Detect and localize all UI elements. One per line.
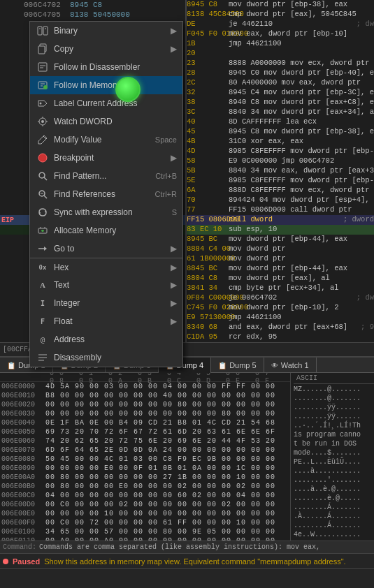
svg-line-21 xyxy=(44,196,47,198)
menu-item-find-refs[interactable]: Find References Ctrl+R xyxy=(30,185,182,203)
ascii-row-15: ........Á....... xyxy=(294,522,374,531)
tab-dump5-label: Dump 5 xyxy=(229,361,257,369)
dump-row-2: 006E002000 00 00 00 00 00 00 00 00 80 00… xyxy=(0,400,290,409)
ascii-row-11: ....à..è.@...... xyxy=(294,485,374,494)
text-icon: A xyxy=(36,278,50,292)
menu-item-label[interactable]: Label Current Address xyxy=(30,94,182,112)
context-menu: Binary ▶ Copy ▶ Follow in Disassembler F… xyxy=(29,21,183,367)
menu-item-address[interactable]: @ Address xyxy=(30,330,182,348)
menu-item-breakpoint[interactable]: Breakpoint ▶ xyxy=(30,149,182,167)
menu-shortcut-find-pattern: Ctrl+B xyxy=(155,172,177,180)
dump-row-1: 006E0010B8 00 00 00 00 00 00 00 40 00 00… xyxy=(0,391,290,400)
asm-bytes: 8138 50450000 xyxy=(70,10,140,19)
asm-instr-row: 83 EC 10sub esp, 10 xyxy=(187,225,374,235)
asm-instr-row: 238888 A0000000 mov ecx, dword ptr xyxy=(187,59,374,68)
menu-item-find-pattern[interactable]: Find Pattern... Ctrl+B xyxy=(30,167,182,185)
menu-label-text: Text xyxy=(54,280,168,290)
asm-instr-row: 4D8985 C8FEFFFF mov dword ptr [ebp-138] xyxy=(187,147,374,156)
menu-label-follow-disasm: Follow in Disassembler xyxy=(54,62,177,72)
paused-label: Paused xyxy=(13,557,40,566)
right-asm-panel: 8945 C8mov dword ptr [ebp-38], eax 8138 … xyxy=(185,0,374,356)
svg-point-17 xyxy=(38,154,47,162)
dump-row-4: 006E00400E 1F BA 0E 00 B4 09 CD 21 B8 01… xyxy=(0,418,290,427)
menu-item-integer[interactable]: I Integer ▶ xyxy=(30,294,182,312)
command-label: Command: xyxy=(3,543,36,551)
menu-item-binary[interactable]: Binary ▶ xyxy=(30,22,182,40)
asm-instr-row: DEje 4462110; dw xyxy=(187,20,374,29)
menu-item-modify[interactable]: Modify Value Space xyxy=(30,131,182,149)
asm-instr-row: 5B8840 34 mov eax, dword ptr [eax+34] xyxy=(187,166,374,176)
asm-addr: 006C4705 xyxy=(21,10,70,19)
menu-item-disassembly[interactable]: Disassembly xyxy=(30,348,182,367)
dump-row-7: 006E00706D 6F 64 65 2E 0D 0D 0A 24 00 00… xyxy=(0,446,290,455)
asm-instr-row: F045 F0 010000mov eax, dword ptr [ebp-10… xyxy=(187,29,374,39)
svg-point-12 xyxy=(43,85,48,89)
ascii-content: MZ......@....... ........@....... ......… xyxy=(294,384,374,567)
dump-row-13: 006E00D000 C0 00 00 00 02 00 00 00 00 00… xyxy=(0,500,290,509)
menu-item-alloc-memory[interactable]: Allocate Memory xyxy=(30,221,182,240)
paused-dot xyxy=(3,559,8,564)
tab-watch1-label: Watch 1 xyxy=(281,361,309,369)
command-value: Commands are comma separated (like assem… xyxy=(39,543,320,551)
float-submenu-arrow: ▶ xyxy=(171,316,177,326)
menu-label-hex: Hex xyxy=(54,263,168,272)
asm-instr-row: 8340 68and eax, dword ptr [eax+68]; 9 xyxy=(187,323,374,332)
menu-label-float: Float xyxy=(54,316,168,326)
asm-instr-row: 77FF15 0806D000 call dword ptr xyxy=(187,205,374,215)
ascii-row-2: ........ÿÿ...... xyxy=(294,404,374,413)
asm-instr-row: 8804 C8mov dword ptr [eax], al xyxy=(187,274,374,284)
address-icon: @ xyxy=(36,332,50,346)
ascii-row-1: ........@....... xyxy=(294,395,374,404)
menu-label-copy: Copy xyxy=(54,44,168,54)
menu-item-text[interactable]: A Text ▶ xyxy=(30,276,182,294)
asm-instr-row: 4B31C0 xor eax, eax xyxy=(187,137,374,147)
find-pattern-icon xyxy=(36,169,50,183)
ascii-row-4: ..·..´.Í!¸.LÍ!Th xyxy=(294,422,374,431)
asm-instr-row: 8945 C8mov dword ptr [ebp-38], eax xyxy=(187,0,374,10)
menu-item-hex[interactable]: 0x Hex ▶ xyxy=(30,258,182,276)
menu-label-breakpoint: Breakpoint xyxy=(54,153,168,163)
green-circle-indicator xyxy=(115,77,141,102)
svg-line-19 xyxy=(44,177,47,180)
menu-label-find-refs: Find References xyxy=(54,189,155,199)
ascii-row-8: PE..L...ÈùìÛ.... xyxy=(294,458,374,467)
menu-item-float[interactable]: F Float ▶ xyxy=(30,312,182,330)
menu-shortcut-find-refs: Ctrl+R xyxy=(155,190,177,198)
dump-header: 00 01 02 03 04 05 06 07 08 09 0A 0B 0C 0… xyxy=(0,373,290,382)
integer-icon: I xyxy=(36,296,50,310)
asm-instr-row: 3C8840 34 mov dword ptr [eax+34], al xyxy=(187,108,374,117)
dump5-icon: 📋 xyxy=(218,362,226,369)
menu-item-watch-dword[interactable]: Watch DWORD xyxy=(30,112,182,131)
watch1-icon: 👁 xyxy=(271,362,278,369)
dump-row-12: 006E00C004 00 00 00 00 00 00 00 00 60 02… xyxy=(0,491,290,500)
dump-row-14: 006E00E000 00 00 00 10 00 00 00 00 00 00… xyxy=(0,509,290,518)
ascii-row-6: t be run in DOS xyxy=(294,440,374,449)
menu-item-follow-disasm[interactable]: Follow in Disassembler xyxy=(30,58,182,76)
asm-instr-row: 458945 C8 mov dword ptr [ebp-38], eax xyxy=(187,127,374,137)
integer-submenu-arrow: ▶ xyxy=(171,298,177,308)
goto-submenu-arrow: ▶ xyxy=(171,244,177,253)
asm-instr-row: 20 xyxy=(187,49,374,59)
asm-bytes: 8945 C8 xyxy=(70,1,140,9)
menu-label-label: Label Current Address xyxy=(54,98,177,108)
tab-watch1[interactable]: 👁 Watch 1 xyxy=(264,358,317,373)
asm-addr: 006C4702 xyxy=(21,1,70,9)
menu-label-sync: Sync with expression xyxy=(54,207,172,217)
menu-label-goto: Go to xyxy=(54,244,168,253)
asm-instr-row: E9 57130000jmp 44621100 xyxy=(187,313,374,323)
ascii-row-0: MZ......@....... xyxy=(294,385,374,395)
tab-dump5[interactable]: 📋 Dump 5 xyxy=(211,358,264,373)
asm-instr-row: 6A888D C8FEFFFF mov ecx, dword ptr xyxy=(187,186,374,196)
menu-item-copy[interactable]: Copy ▶ xyxy=(30,40,182,58)
ascii-row-13: ........Á....... xyxy=(294,504,374,513)
asm-instr-row-eip: FF15 0806D00call dword; dword xyxy=(187,215,374,225)
menu-item-goto[interactable]: Go to ▶ xyxy=(30,240,182,258)
menu-item-sync[interactable]: Sync with expression S xyxy=(30,203,182,221)
menu-item-follow-memory[interactable]: Follow in Memory Map xyxy=(30,76,182,94)
svg-point-15 xyxy=(41,120,44,123)
menu-label-binary: Binary xyxy=(54,26,168,36)
menu-label-address: Address xyxy=(54,335,177,344)
find-refs-icon xyxy=(36,187,50,201)
ascii-row-9: ....à........... xyxy=(294,467,374,476)
asm-instr-row: 2C80 A4000000 mov eax, dword ptr xyxy=(187,78,374,88)
